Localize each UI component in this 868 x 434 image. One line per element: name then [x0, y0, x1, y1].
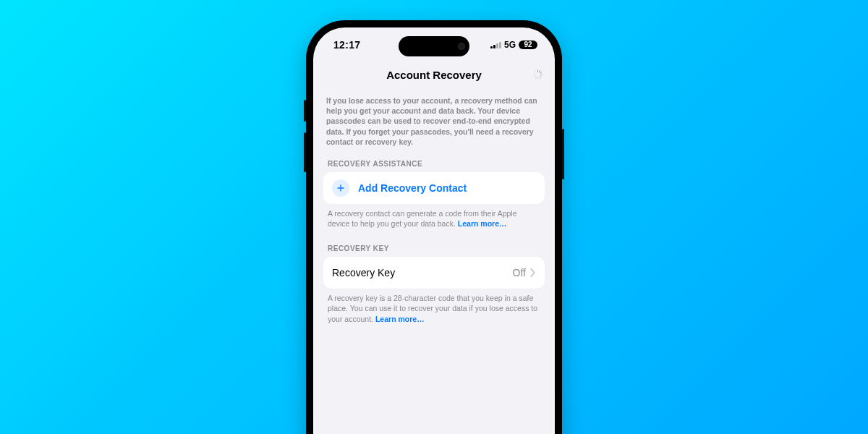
phone-screen: 12:17 5G 92 Account Recovery [313, 27, 555, 434]
add-recovery-contact-row[interactable]: Add Recovery Contact [323, 172, 545, 204]
svg-rect-7 [535, 77, 537, 79]
stage: 12:17 5G 92 Account Recovery [0, 0, 868, 434]
key-footer-text: A recovery key is a 28-character code th… [328, 294, 537, 323]
loading-spinner-icon [532, 69, 543, 80]
chevron-right-icon [530, 268, 536, 277]
status-time: 12:17 [333, 39, 360, 51]
recovery-key-value: Off [513, 267, 526, 278]
key-footer: A recovery key is a 28-character code th… [323, 289, 545, 337]
svg-rect-5 [539, 77, 540, 79]
svg-rect-8 [534, 75, 536, 77]
plus-icon [332, 179, 349, 197]
section-header-assistance: RECOVERY ASSISTANCE [323, 157, 545, 172]
section-header-key: RECOVERY KEY [323, 242, 545, 257]
nav-bar: Account Recovery [313, 62, 555, 87]
camera-icon [458, 43, 465, 50]
svg-rect-2 [540, 72, 542, 73]
assistance-footer: A recovery contact can generate a code f… [323, 204, 545, 242]
svg-rect-1 [539, 70, 540, 72]
add-recovery-contact-label: Add Recovery Contact [358, 182, 467, 194]
svg-rect-9 [533, 75, 535, 75]
status-right: 5G 92 [490, 40, 537, 50]
phone-side-button [562, 129, 564, 179]
svg-rect-10 [534, 72, 536, 73]
content: If you lose access to your account, a re… [313, 87, 555, 337]
recovery-key-row[interactable]: Recovery Key Off [323, 257, 545, 289]
network-type: 5G [504, 40, 516, 50]
cellular-signal-icon [490, 41, 501, 48]
dynamic-island [399, 36, 469, 56]
svg-rect-0 [537, 69, 538, 72]
key-learn-more-link[interactable]: Learn more… [375, 315, 425, 323]
svg-rect-3 [540, 75, 542, 75]
page-title: Account Recovery [386, 69, 482, 81]
battery-indicator: 92 [519, 41, 537, 49]
svg-rect-4 [540, 75, 542, 77]
phone-frame: 12:17 5G 92 Account Recovery [306, 20, 562, 434]
svg-rect-6 [537, 77, 538, 79]
svg-rect-11 [535, 70, 537, 72]
assistance-learn-more-link[interactable]: Learn more… [458, 219, 507, 228]
intro-text: If you lose access to your account, a re… [323, 93, 545, 157]
recovery-key-label: Recovery Key [332, 267, 513, 278]
